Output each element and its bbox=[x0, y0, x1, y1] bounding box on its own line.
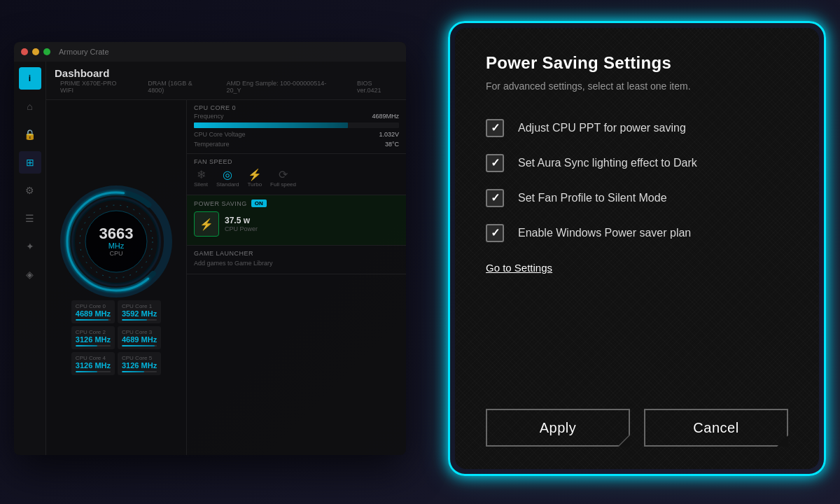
temp-value: 38°C bbox=[385, 141, 399, 148]
cpu-core-item-0: CPU Core 0 4689 MHz bbox=[71, 300, 115, 323]
dram-info: DRAM (16GB & 4800) bbox=[148, 80, 209, 94]
cpu-grid: CPU Core 0 4689 MHz CPU Core 1 3592 MHz … bbox=[66, 298, 167, 378]
main-content: Dashboard PRIME X670E-PRO WIFI DRAM (16G… bbox=[46, 62, 406, 455]
fan-silent[interactable]: ❄ Silent bbox=[194, 168, 208, 188]
gauge-label: CPU bbox=[99, 250, 134, 257]
cpu-core-item-2: CPU Core 2 3126 MHz bbox=[71, 326, 115, 349]
checkbox-label-0: Adjust CPU PPT for power saving bbox=[518, 122, 686, 134]
sidebar-icon-lightbulb[interactable]: ✦ bbox=[19, 235, 41, 258]
cpu-core-item-5: CPU Core 5 3126 MHz bbox=[118, 352, 161, 375]
system-info: PRIME X670E-PRO WIFI DRAM (16GB & 4800) … bbox=[55, 80, 398, 94]
temp-label: Temperature bbox=[194, 141, 230, 148]
cpu-core-bar-0 bbox=[76, 319, 108, 321]
checkbox-item-3: ✓ Enable Windows Power saver plan bbox=[486, 224, 788, 242]
power-saving-row: Power Saving ON bbox=[194, 200, 399, 207]
fan-modes: ❄ Silent ◎ Standard ⚡ Turbo bbox=[194, 165, 399, 190]
checkbox-3[interactable]: ✓ bbox=[486, 224, 504, 242]
gauge-value: 3663 bbox=[99, 226, 134, 241]
fan-speed-section: Fan Speed ❄ Silent ◎ Standard ⚡ bbox=[187, 154, 406, 195]
sidebar-icon-info[interactable]: i bbox=[19, 67, 41, 90]
cpu-core-item-1: CPU Core 1 3592 MHz bbox=[118, 300, 161, 323]
power-sublabel: CPU Power bbox=[225, 225, 258, 232]
checkmark-2: ✓ bbox=[491, 192, 500, 204]
freq-value: 4689MHz bbox=[372, 113, 399, 120]
checkmark-3: ✓ bbox=[491, 227, 500, 239]
cpu-core-bar-2 bbox=[76, 345, 98, 346]
dashboard-main: 3663 MHz CPU CPU Core 0 4689 MHz bbox=[46, 100, 406, 455]
voltage-value: 1.032V bbox=[379, 131, 399, 138]
cpu-core-label-5: CPU Core 5 bbox=[122, 355, 157, 361]
cpu-core-value-0: 4689 MHz bbox=[76, 309, 111, 318]
cpu-core-value-2: 3126 MHz bbox=[76, 335, 111, 344]
cpu-core-bar-3 bbox=[122, 345, 155, 346]
sidebar-icon-home[interactable]: ⌂ bbox=[19, 95, 41, 118]
dialog-content: Power Saving Settings For advanced setti… bbox=[455, 28, 819, 395]
checkbox-2[interactable]: ✓ bbox=[486, 189, 504, 207]
fan-standard[interactable]: ◎ Standard bbox=[216, 168, 239, 188]
motherboard-info: PRIME X670E-PRO WIFI bbox=[60, 80, 131, 94]
voltage-label: CPU Core Voltage bbox=[194, 131, 246, 138]
dialog-title: Power Saving Settings bbox=[486, 53, 788, 73]
sidebar-icon-sliders[interactable]: ⚙ bbox=[19, 179, 41, 202]
cpu-core-value-3: 4689 MHz bbox=[122, 335, 157, 344]
armoury-window: Armoury Crate i ⌂ 🔒 ⊞ ⚙ ☰ ✦ ◈ Dashboard … bbox=[14, 42, 406, 455]
dialog-footer: Apply Cancel bbox=[455, 395, 819, 469]
cpu-core-item-4: CPU Core 4 3126 MHz bbox=[71, 352, 115, 375]
cpu-core-label-3: CPU Core 3 bbox=[122, 329, 157, 335]
power-item: ⚡ 37.5 w CPU Power bbox=[194, 207, 399, 241]
cpu-core-label-0: CPU Core 0 bbox=[76, 303, 111, 309]
freq-bar bbox=[194, 122, 348, 128]
freq-label: Frequency bbox=[194, 113, 224, 120]
fan-turbo[interactable]: ⚡ Turbo bbox=[247, 168, 262, 188]
cancel-button[interactable]: Cancel bbox=[644, 409, 788, 447]
titlebar-minimize[interactable] bbox=[32, 48, 39, 55]
checkbox-item-2: ✓ Set Fan Profile to Silent Mode bbox=[486, 189, 788, 207]
armoury-body: i ⌂ 🔒 ⊞ ⚙ ☰ ✦ ◈ Dashboard PRIME X670E-PR… bbox=[14, 62, 406, 455]
sidebar-icon-lock[interactable]: 🔒 bbox=[19, 123, 41, 146]
cpu-core0-section-title: CPU Core 0 bbox=[194, 104, 399, 111]
dialog-wrapper: Power Saving Settings For advanced setti… bbox=[448, 21, 826, 476]
cpu-core-bar-4 bbox=[76, 371, 98, 372]
cpu-sample-info: AMD Eng Sample: 100-000000514-20_Y bbox=[227, 80, 340, 94]
checkmark-1: ✓ bbox=[491, 158, 500, 169]
cpu-core0-section: CPU Core 0 Frequency 4689MHz CPU Core Vo… bbox=[187, 100, 406, 154]
sidebar-icon-gamepad[interactable]: ◈ bbox=[19, 263, 41, 286]
checkbox-0[interactable]: ✓ bbox=[486, 119, 504, 137]
cpu-core-value-5: 3126 MHz bbox=[122, 361, 157, 370]
checkbox-label-2: Set Fan Profile to Silent Mode bbox=[518, 192, 667, 204]
dashboard-header: Dashboard PRIME X670E-PRO WIFI DRAM (16G… bbox=[46, 62, 406, 100]
power-saving-title: Power Saving bbox=[194, 200, 247, 207]
checkbox-label-1: Set Aura Sync lighting effect to Dark bbox=[518, 157, 697, 169]
fan-speed-title: Fan Speed bbox=[194, 158, 399, 165]
checkmark-0: ✓ bbox=[491, 122, 500, 134]
cpu-core-label-1: CPU Core 1 bbox=[122, 303, 157, 309]
titlebar: Armoury Crate bbox=[14, 42, 406, 62]
sidebar-icon-monitor[interactable]: ⊞ bbox=[19, 151, 41, 174]
titlebar-close[interactable] bbox=[21, 48, 28, 55]
gauge-area: 3663 MHz CPU CPU Core 0 4689 MHz bbox=[46, 100, 186, 455]
apply-button[interactable]: Apply bbox=[486, 409, 630, 447]
power-saving-section: Power Saving ON ⚡ 37.5 w CPU Power bbox=[187, 195, 406, 246]
sidebar-icon-users[interactable]: ☰ bbox=[19, 207, 41, 230]
cpu-core-bar-5 bbox=[122, 371, 144, 372]
titlebar-maximize[interactable] bbox=[43, 48, 50, 55]
cpu-core-label-4: CPU Core 4 bbox=[76, 355, 111, 361]
temp-row: Temperature 38°C bbox=[194, 139, 399, 149]
fan-fullspeed[interactable]: ⟳ Full speed bbox=[270, 168, 296, 188]
checkbox-label-3: Enable Windows Power saver plan bbox=[518, 227, 691, 239]
game-launcher-title: Game Launcher bbox=[194, 250, 399, 257]
cpu-core-bar-1 bbox=[122, 319, 147, 321]
game-launcher-section: Game Launcher Add games to Game Library bbox=[187, 246, 406, 274]
checkbox-1[interactable]: ✓ bbox=[486, 154, 504, 172]
cpu-core-item-3: CPU Core 3 4689 MHz bbox=[118, 326, 161, 349]
freq-row: Frequency 4689MHz bbox=[194, 111, 399, 121]
game-launcher-add: Add games to Game Library bbox=[194, 257, 399, 270]
power-toggle[interactable]: ON bbox=[251, 200, 267, 207]
gauge-center: 3663 MHz CPU bbox=[99, 226, 134, 257]
checkbox-item-1: ✓ Set Aura Sync lighting effect to Dark bbox=[486, 154, 788, 172]
goto-settings-link[interactable]: Go to Settings bbox=[486, 262, 788, 274]
cpu-core-value-1: 3592 MHz bbox=[122, 309, 157, 318]
cpu-core-value-4: 3126 MHz bbox=[76, 361, 111, 370]
gauge-container: 3663 MHz CPU bbox=[60, 186, 172, 298]
bios-info: BIOS ver.0421 bbox=[357, 80, 398, 94]
